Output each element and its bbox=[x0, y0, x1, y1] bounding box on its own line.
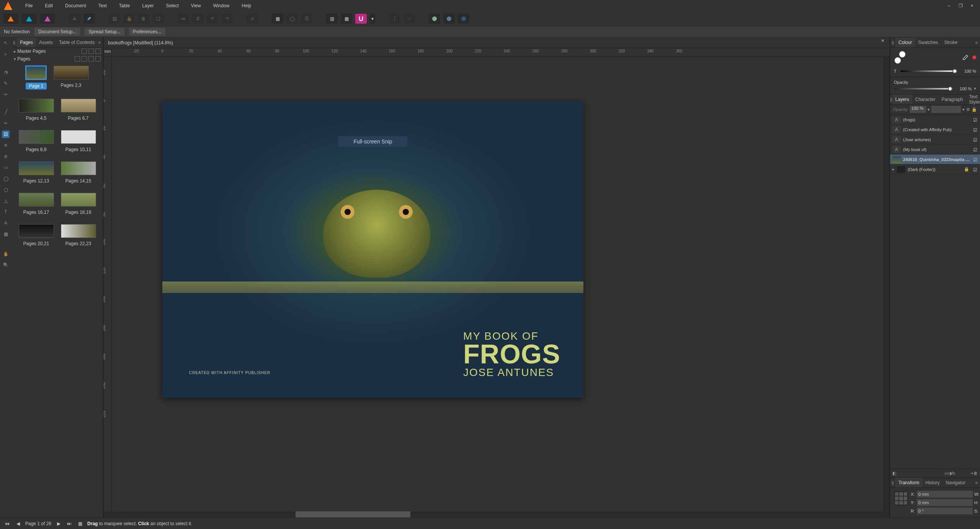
sphere-mid-icon[interactable] bbox=[443, 14, 455, 24]
triangle-tool-icon[interactable]: △ bbox=[2, 197, 10, 205]
ruler-vertical[interactable]: -20 0 20 40 60 80 100 120 140 160 180 20… bbox=[103, 57, 112, 511]
menu-document[interactable]: Document bbox=[59, 3, 92, 8]
rotate-ccw-icon[interactable]: ↶ bbox=[207, 14, 218, 24]
guides-h-icon[interactable]: ┄ bbox=[403, 14, 415, 24]
document-close-icon[interactable]: × bbox=[881, 37, 890, 48]
chevron-down-icon[interactable]: ▾ bbox=[962, 107, 965, 112]
menu-window[interactable]: Window bbox=[207, 3, 236, 8]
tint-slider[interactable] bbox=[901, 70, 957, 72]
panel-handle-icon[interactable]: || bbox=[11, 40, 17, 45]
menu-table[interactable]: Table bbox=[113, 3, 136, 8]
page-thumb[interactable] bbox=[19, 161, 54, 175]
tab-stroke[interactable]: Stroke bbox=[941, 37, 960, 47]
menu-help[interactable]: Help bbox=[235, 3, 257, 8]
layer-item[interactable]: ▸ (Dark (Footer)) 🔒 ☑ bbox=[890, 164, 980, 174]
panel-menu-icon[interactable]: ≡ bbox=[98, 40, 103, 45]
lock-icon[interactable]: 🔒 bbox=[972, 107, 977, 112]
vertical-scrollbar[interactable] bbox=[884, 57, 890, 511]
sphere-dark-icon[interactable] bbox=[458, 14, 469, 24]
pan-tool-icon[interactable]: ✋ bbox=[2, 250, 10, 258]
layer-item[interactable]: A (Jose antunes) ☑ bbox=[890, 135, 980, 145]
tab-character[interactable]: Character bbox=[912, 94, 939, 104]
flip-v-icon[interactable]: ⇵ bbox=[192, 14, 204, 24]
window-close-icon[interactable]: × bbox=[966, 2, 978, 10]
layer-opacity-input[interactable]: 100 % bbox=[910, 106, 926, 113]
snap-bounds-icon[interactable]: ▥ bbox=[326, 14, 338, 24]
persona-photo-button[interactable] bbox=[40, 14, 55, 24]
tab-layers[interactable]: Layers bbox=[892, 94, 912, 104]
x-input[interactable] bbox=[917, 491, 973, 498]
visibility-checkbox-icon[interactable]: ☑ bbox=[973, 137, 978, 142]
panel-menu-icon[interactable]: ≡ bbox=[975, 480, 980, 485]
panel-menu-icon[interactable]: ≡ bbox=[975, 40, 980, 45]
panel-handle-icon[interactable]: || bbox=[890, 40, 895, 45]
tab-colour[interactable]: Colour bbox=[895, 37, 915, 47]
tab-history[interactable]: History bbox=[922, 478, 942, 487]
spread-setup-button[interactable]: Spread Setup... bbox=[85, 28, 124, 36]
window-maximize-icon[interactable]: ❐ bbox=[955, 2, 966, 10]
duplicate-icon[interactable]: ❏ bbox=[152, 14, 164, 24]
duplicate-master-icon[interactable] bbox=[88, 49, 94, 54]
tab-assets[interactable]: Assets bbox=[36, 37, 56, 47]
guides-v-icon[interactable]: ┆ bbox=[389, 14, 400, 24]
page-thumb[interactable] bbox=[61, 224, 96, 238]
last-page-icon[interactable]: ⏭ bbox=[66, 520, 73, 527]
canvas-viewport[interactable]: Full-screen Snip MY BOOK OF FROGS JOSE A… bbox=[112, 57, 884, 511]
page-thumb[interactable] bbox=[19, 193, 54, 207]
add-page-icon[interactable] bbox=[82, 56, 87, 62]
artistic-text-tool-icon[interactable]: T bbox=[2, 208, 10, 216]
delete-page-icon[interactable] bbox=[95, 56, 101, 62]
tab-navigator[interactable]: Navigator bbox=[943, 478, 969, 487]
page-thumb[interactable] bbox=[61, 161, 96, 175]
clip-mode-icon[interactable]: ◯ bbox=[286, 14, 298, 24]
page-thumb[interactable] bbox=[19, 99, 54, 112]
crayon-tool-icon[interactable]: ✏ bbox=[2, 119, 10, 127]
panel-handle-icon[interactable]: || bbox=[890, 480, 895, 485]
trash-icon[interactable]: 🗑 bbox=[138, 14, 149, 24]
transparency-tool-icon[interactable]: ⊘ bbox=[2, 153, 10, 160]
disclosure-pages-icon[interactable]: ▾ bbox=[14, 57, 16, 62]
crop-tool-icon[interactable]: ✕ bbox=[2, 142, 10, 149]
picture-frame-tool-icon[interactable]: 🖼 bbox=[2, 130, 10, 138]
tab-pages[interactable]: Pages bbox=[17, 37, 36, 47]
page-preview[interactable]: Full-screen Snip MY BOOK OF FROGS JOSE A… bbox=[162, 102, 583, 398]
visibility-checkbox-icon[interactable]: ☑ bbox=[973, 157, 978, 162]
rounded-rect-icon[interactable]: ▢ bbox=[2, 186, 10, 194]
page-thumb[interactable] bbox=[19, 130, 54, 144]
layer-item[interactable]: A (My book of) ☑ bbox=[890, 145, 980, 155]
ellipse-tool-icon[interactable]: ◯ bbox=[2, 175, 10, 182]
menu-file[interactable]: File bbox=[19, 3, 39, 8]
delete-layer-icon[interactable]: 🗑 bbox=[973, 471, 978, 475]
tab-text-styles[interactable]: Text Styles bbox=[966, 94, 980, 104]
node-tool-icon[interactable]: ▹ bbox=[2, 50, 10, 58]
preferences-button[interactable]: Preferences... bbox=[129, 28, 165, 36]
eyedropper-icon[interactable] bbox=[962, 54, 969, 60]
mask-icon[interactable]: ▭ bbox=[944, 471, 948, 476]
rectangle-tool-icon[interactable]: ▭ bbox=[2, 164, 10, 171]
visibility-checkbox-icon[interactable]: ☑ bbox=[973, 147, 978, 152]
snap-grid-icon[interactable]: ▦ bbox=[341, 14, 352, 24]
visibility-checkbox-icon[interactable]: ☑ bbox=[973, 117, 978, 122]
opacity-icon[interactable]: ▨ bbox=[109, 14, 120, 24]
tab-transform[interactable]: Transform bbox=[895, 478, 922, 487]
r-input[interactable] bbox=[917, 508, 973, 514]
menu-layer[interactable]: Layer bbox=[136, 3, 160, 8]
page-thumb[interactable] bbox=[61, 99, 96, 112]
lock-icon[interactable]: 🔒 bbox=[964, 167, 969, 172]
page-thumb[interactable] bbox=[19, 224, 54, 238]
window-minimize-icon[interactable]: – bbox=[943, 2, 955, 10]
disclosure-icon[interactable]: ▸ bbox=[892, 167, 895, 172]
page-thumb[interactable] bbox=[26, 66, 46, 80]
snap-dropdown-icon[interactable]: ▾ bbox=[370, 14, 375, 24]
blend-mode-select[interactable] bbox=[931, 106, 961, 113]
colour-wells-icon[interactable] bbox=[894, 50, 908, 64]
move-tool-icon[interactable]: ↖ bbox=[2, 39, 10, 47]
delete-master-icon[interactable] bbox=[95, 49, 101, 54]
pencil-tool-icon[interactable]: ✎ bbox=[2, 80, 10, 87]
duplicate-page-icon[interactable] bbox=[88, 56, 94, 62]
anchor-grid[interactable] bbox=[894, 491, 908, 506]
disclosure-icon[interactable]: ▸ bbox=[14, 49, 16, 54]
horizontal-scrollbar[interactable] bbox=[112, 511, 884, 518]
visibility-checkbox-icon[interactable]: ☑ bbox=[973, 167, 978, 172]
tab-paragraph[interactable]: Paragraph bbox=[938, 94, 966, 104]
